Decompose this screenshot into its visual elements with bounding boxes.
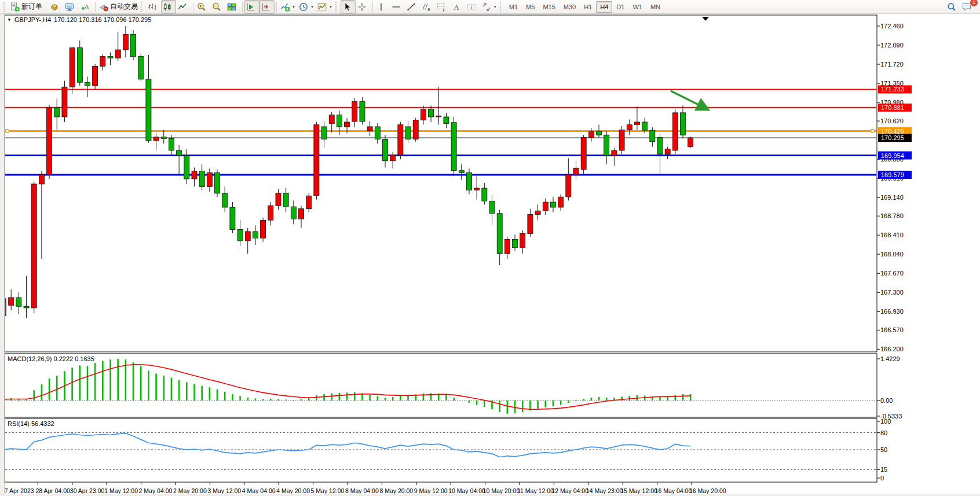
auto-scroll-button[interactable] xyxy=(244,0,259,14)
timeframe-w1-button[interactable]: W1 xyxy=(628,1,646,13)
bar-chart-button[interactable] xyxy=(146,0,161,14)
candle-body xyxy=(329,115,334,123)
candle-body xyxy=(146,79,151,141)
terminal-button[interactable] xyxy=(63,0,78,14)
candle-body xyxy=(215,172,220,193)
candle-body xyxy=(314,124,319,196)
time-axis: 27 Apr 202328 Apr 04:0030 Apr 23:001 May… xyxy=(1,482,726,494)
toolbar-grip[interactable] xyxy=(500,2,504,12)
elliott-button[interactable]: E xyxy=(420,0,435,14)
zoom-out-button[interactable] xyxy=(210,0,225,14)
candle-body xyxy=(161,137,166,139)
label-button[interactable]: T xyxy=(465,0,480,14)
crosshair-button[interactable] xyxy=(356,0,371,14)
cursor-icon xyxy=(342,2,352,12)
candle-body xyxy=(138,57,144,79)
candle-body xyxy=(466,172,471,190)
timeframe-m5-button[interactable]: M5 xyxy=(522,1,539,13)
candle-body xyxy=(597,131,602,135)
candle-body xyxy=(184,156,189,179)
candle-chart-button[interactable] xyxy=(161,0,176,14)
toolbar-grip[interactable] xyxy=(3,2,8,12)
hline-button[interactable] xyxy=(390,0,405,14)
toolbar-separator xyxy=(276,2,277,12)
hline-icon xyxy=(392,2,401,12)
cursor-button[interactable] xyxy=(341,0,356,14)
templates-button[interactable]: ▼ xyxy=(316,0,334,14)
indicators-button[interactable]: ▼ xyxy=(279,0,297,14)
candle-body xyxy=(672,113,678,150)
candle-body xyxy=(268,205,273,220)
hline-handle[interactable] xyxy=(871,130,874,133)
candle-body xyxy=(504,239,510,253)
line-chart-button[interactable] xyxy=(176,0,191,14)
price-tick-label: 168.410 xyxy=(880,232,904,238)
toolbar-separator xyxy=(95,2,96,12)
timeframe-m30-button[interactable]: M30 xyxy=(560,1,580,13)
label-icon: T xyxy=(467,2,476,12)
candle-body xyxy=(550,202,555,207)
chevron-down-icon[interactable]: ▼ xyxy=(292,5,295,9)
toolbar-separator xyxy=(242,2,243,12)
price-pane[interactable] xyxy=(5,15,877,352)
toolbar-grip[interactable] xyxy=(335,2,339,12)
candle-body xyxy=(573,168,579,175)
candle-body xyxy=(100,57,105,67)
zoom-in-button[interactable] xyxy=(195,0,210,14)
text-button[interactable]: A xyxy=(450,0,465,14)
timeframe-h1-button[interactable]: H1 xyxy=(580,1,596,13)
candle-body xyxy=(634,122,639,124)
tile-windows-button[interactable] xyxy=(225,0,240,14)
candle-body xyxy=(657,138,663,155)
candle-body xyxy=(54,108,60,117)
candle-body xyxy=(276,193,281,205)
periods-button[interactable]: ▼ xyxy=(297,0,316,14)
candle-body xyxy=(520,234,525,248)
timeframe-m1-button[interactable]: M1 xyxy=(505,1,522,13)
chart-dropdown-icon[interactable]: ▼ xyxy=(7,17,12,23)
vline-button[interactable] xyxy=(375,0,390,14)
signals-button[interactable] xyxy=(78,0,93,14)
trendline-button[interactable] xyxy=(405,0,420,14)
price-label-text: 169.954 xyxy=(881,152,904,159)
chart-canvas[interactable]: 172.460172.090171.720171.350170.980170.6… xyxy=(0,14,980,496)
shapes-button[interactable]: ▼ xyxy=(480,0,499,14)
fibo-button[interactable]: F xyxy=(435,0,450,14)
candle-body xyxy=(337,115,342,127)
chevron-down-icon[interactable]: ▼ xyxy=(329,5,332,9)
chart-window[interactable]: 172.460172.090171.720171.350170.980170.6… xyxy=(0,14,980,496)
candle-body xyxy=(108,57,113,58)
autotrade-button-label: 自动交易 xyxy=(110,2,138,12)
search-icon xyxy=(947,2,956,12)
timeframe-h4-button[interactable]: H4 xyxy=(596,1,612,13)
candle-body xyxy=(665,149,670,154)
autotrade-button[interactable]: 自动交易 xyxy=(97,0,140,14)
chevron-down-icon[interactable]: ▼ xyxy=(310,5,314,9)
toolbar-grip[interactable] xyxy=(141,2,145,12)
timeframe-mn-button[interactable]: MN xyxy=(646,1,664,13)
chart-shift-button[interactable] xyxy=(259,0,275,14)
candle-body xyxy=(299,209,304,219)
chart-candles-icon xyxy=(163,2,172,12)
macd-axis-label: 1.4229 xyxy=(880,355,900,362)
timeframe-m15-button[interactable]: M15 xyxy=(539,1,559,13)
hline-handle[interactable] xyxy=(6,130,9,133)
price-tick-label: 168.040 xyxy=(880,251,904,258)
candle-body xyxy=(367,127,372,131)
notifications-button[interactable]: 1 xyxy=(960,0,975,14)
rsi-axis-label: 50 xyxy=(880,446,887,453)
timeframe-d1-button[interactable]: D1 xyxy=(612,1,628,13)
chevron-down-icon[interactable]: ▼ xyxy=(493,5,497,9)
candle-body xyxy=(207,172,212,186)
shapes-icon xyxy=(482,2,491,12)
chart-window-button[interactable] xyxy=(48,0,63,14)
price-label-text: 170.295 xyxy=(881,134,904,141)
price-tick-label: 169.140 xyxy=(880,194,904,201)
new-order-button[interactable]: 新订单 xyxy=(9,0,44,14)
search-button[interactable] xyxy=(945,0,960,14)
candle-body xyxy=(24,306,29,308)
candle-body xyxy=(85,82,90,86)
macd-pane[interactable] xyxy=(5,354,877,417)
rsi-pane[interactable] xyxy=(5,418,877,482)
candle-body xyxy=(383,139,388,160)
